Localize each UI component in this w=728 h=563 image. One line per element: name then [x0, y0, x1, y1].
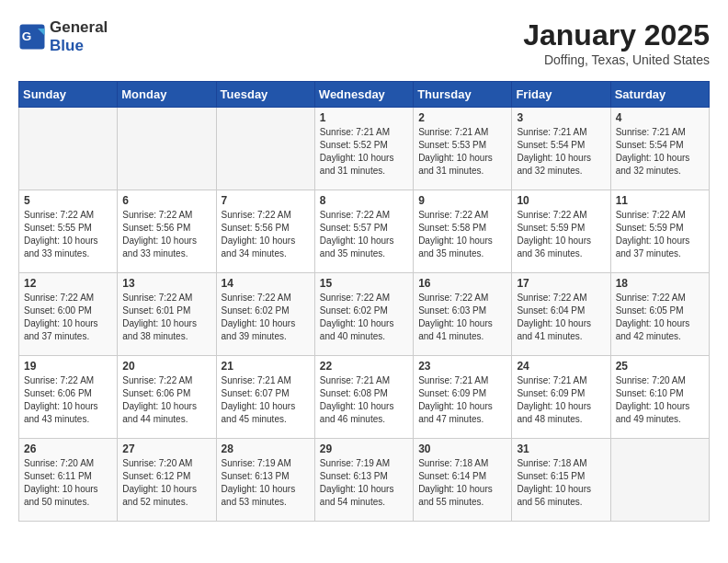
day-info: Sunrise: 7:22 AM Sunset: 5:56 PM Dayligh…: [122, 209, 210, 260]
calendar-cell: 7 Sunrise: 7:22 AM Sunset: 5:56 PM Dayli…: [216, 190, 314, 273]
day-info: Sunrise: 7:22 AM Sunset: 6:06 PM Dayligh…: [24, 374, 112, 426]
calendar-cell: [19, 108, 118, 190]
sunset-text: Sunset: 6:09 PM: [418, 388, 486, 398]
daylight-text: Daylight: 10 hours and 46 minutes.: [320, 401, 394, 424]
sunset-text: Sunset: 6:11 PM: [24, 471, 92, 481]
calendar-cell: 4 Sunrise: 7:21 AM Sunset: 5:54 PM Dayli…: [610, 108, 709, 190]
daylight-text: Daylight: 10 hours and 41 minutes.: [517, 318, 591, 341]
daylight-text: Daylight: 10 hours and 50 minutes.: [24, 484, 98, 507]
day-info: Sunrise: 7:22 AM Sunset: 5:55 PM Dayligh…: [24, 209, 112, 260]
sunrise-text: Sunrise: 7:21 AM: [320, 375, 390, 385]
calendar-title: January 2025: [523, 18, 710, 52]
day-number: 22: [320, 360, 408, 373]
daylight-text: Daylight: 10 hours and 35 minutes.: [418, 236, 493, 259]
calendar-cell: [216, 108, 314, 190]
day-info: Sunrise: 7:22 AM Sunset: 6:02 PM Dayligh…: [320, 292, 408, 343]
calendar-cell: 29 Sunrise: 7:19 AM Sunset: 6:13 PM Dayl…: [314, 439, 413, 522]
daylight-text: Daylight: 10 hours and 38 minutes.: [122, 318, 197, 341]
daylight-text: Daylight: 10 hours and 37 minutes.: [24, 318, 98, 341]
day-of-week-header: Sunday: [19, 82, 118, 108]
day-info: Sunrise: 7:20 AM Sunset: 6:12 PM Dayligh…: [122, 457, 210, 509]
title-block: January 2025 Doffing, Texas, United Stat…: [523, 18, 710, 67]
calendar-header: SundayMondayTuesdayWednesdayThursdayFrid…: [19, 82, 710, 108]
day-number: 14: [222, 277, 310, 290]
sunrise-text: Sunrise: 7:21 AM: [517, 127, 586, 137]
calendar-week-row: 26 Sunrise: 7:20 AM Sunset: 6:11 PM Dayl…: [19, 439, 710, 522]
daylight-text: Daylight: 10 hours and 41 minutes.: [418, 318, 493, 341]
calendar-week-row: 5 Sunrise: 7:22 AM Sunset: 5:55 PM Dayli…: [19, 190, 710, 273]
sunrise-text: Sunrise: 7:22 AM: [418, 293, 488, 303]
daylight-text: Daylight: 10 hours and 54 minutes.: [320, 484, 394, 507]
day-of-week-header: Monday: [118, 82, 216, 108]
sunrise-text: Sunrise: 7:21 AM: [320, 127, 390, 137]
calendar-cell: [118, 108, 216, 190]
day-info: Sunrise: 7:21 AM Sunset: 5:54 PM Dayligh…: [517, 126, 605, 178]
day-info: Sunrise: 7:22 AM Sunset: 5:57 PM Dayligh…: [320, 209, 408, 260]
day-info: Sunrise: 7:22 AM Sunset: 6:01 PM Dayligh…: [122, 292, 210, 343]
day-info: Sunrise: 7:19 AM Sunset: 6:13 PM Dayligh…: [222, 457, 310, 509]
day-info: Sunrise: 7:18 AM Sunset: 6:15 PM Dayligh…: [517, 457, 605, 509]
day-number: 24: [517, 360, 605, 373]
calendar-cell: 21 Sunrise: 7:21 AM Sunset: 6:07 PM Dayl…: [216, 356, 314, 439]
logo-general-text: General: [50, 18, 108, 36]
calendar-cell: 24 Sunrise: 7:21 AM Sunset: 6:09 PM Dayl…: [512, 356, 610, 439]
calendar-cell: 8 Sunrise: 7:22 AM Sunset: 5:57 PM Dayli…: [314, 190, 413, 273]
calendar-cell: 6 Sunrise: 7:22 AM Sunset: 5:56 PM Dayli…: [118, 190, 216, 273]
day-info: Sunrise: 7:21 AM Sunset: 5:53 PM Dayligh…: [418, 126, 506, 178]
calendar-cell: 5 Sunrise: 7:22 AM Sunset: 5:55 PM Dayli…: [19, 190, 118, 273]
sunrise-text: Sunrise: 7:22 AM: [122, 210, 192, 220]
sunrise-text: Sunrise: 7:19 AM: [320, 458, 390, 468]
calendar-cell: 2 Sunrise: 7:21 AM Sunset: 5:53 PM Dayli…: [414, 108, 512, 190]
day-number: 18: [616, 277, 704, 290]
day-info: Sunrise: 7:21 AM Sunset: 6:07 PM Dayligh…: [222, 374, 310, 426]
calendar-cell: 25 Sunrise: 7:20 AM Sunset: 6:10 PM Dayl…: [610, 356, 709, 439]
daylight-text: Daylight: 10 hours and 45 minutes.: [222, 401, 296, 424]
calendar-cell: 31 Sunrise: 7:18 AM Sunset: 6:15 PM Dayl…: [512, 439, 610, 522]
daylight-text: Daylight: 10 hours and 53 minutes.: [222, 484, 296, 507]
sunset-text: Sunset: 6:06 PM: [24, 388, 92, 398]
calendar-cell: 19 Sunrise: 7:22 AM Sunset: 6:06 PM Dayl…: [19, 356, 118, 439]
sunrise-text: Sunrise: 7:18 AM: [517, 458, 586, 468]
sunrise-text: Sunrise: 7:19 AM: [222, 458, 291, 468]
logo-blue-text: Blue: [50, 37, 84, 54]
sunrise-text: Sunrise: 7:22 AM: [616, 210, 686, 220]
daylight-text: Daylight: 10 hours and 32 minutes.: [616, 153, 690, 176]
logo: G General Blue: [18, 18, 108, 55]
sunrise-text: Sunrise: 7:22 AM: [24, 210, 94, 220]
day-number: 30: [418, 442, 506, 455]
day-number: 10: [517, 194, 605, 207]
day-of-week-header: Thursday: [414, 82, 512, 108]
daylight-text: Daylight: 10 hours and 48 minutes.: [517, 401, 591, 424]
sunrise-text: Sunrise: 7:21 AM: [222, 375, 291, 385]
day-number: 17: [517, 277, 605, 290]
day-info: Sunrise: 7:18 AM Sunset: 6:14 PM Dayligh…: [418, 457, 506, 509]
calendar-week-row: 1 Sunrise: 7:21 AM Sunset: 5:52 PM Dayli…: [19, 108, 710, 190]
daylight-text: Daylight: 10 hours and 31 minutes.: [320, 153, 394, 176]
day-number: 4: [616, 111, 704, 124]
day-number: 3: [517, 111, 605, 124]
day-number: 25: [616, 360, 704, 373]
sunrise-text: Sunrise: 7:20 AM: [122, 458, 192, 468]
calendar-cell: 26 Sunrise: 7:20 AM Sunset: 6:11 PM Dayl…: [19, 439, 118, 522]
calendar-cell: 27 Sunrise: 7:20 AM Sunset: 6:12 PM Dayl…: [118, 439, 216, 522]
logo-icon: G: [18, 23, 46, 51]
day-info: Sunrise: 7:21 AM Sunset: 5:52 PM Dayligh…: [320, 126, 408, 178]
sunset-text: Sunset: 5:52 PM: [320, 140, 388, 150]
day-info: Sunrise: 7:21 AM Sunset: 6:09 PM Dayligh…: [418, 374, 506, 426]
day-number: 5: [24, 194, 112, 207]
calendar-cell: 22 Sunrise: 7:21 AM Sunset: 6:08 PM Dayl…: [314, 356, 413, 439]
sunrise-text: Sunrise: 7:22 AM: [517, 210, 586, 220]
sunset-text: Sunset: 6:08 PM: [320, 388, 388, 398]
sunset-text: Sunset: 6:00 PM: [24, 305, 92, 316]
day-of-week-header: Saturday: [610, 82, 709, 108]
daylight-text: Daylight: 10 hours and 47 minutes.: [418, 401, 493, 424]
sunset-text: Sunset: 6:13 PM: [320, 471, 388, 481]
days-of-week-row: SundayMondayTuesdayWednesdayThursdayFrid…: [19, 82, 710, 108]
calendar-cell: 14 Sunrise: 7:22 AM Sunset: 6:02 PM Dayl…: [216, 273, 314, 356]
sunset-text: Sunset: 5:58 PM: [418, 223, 486, 233]
sunset-text: Sunset: 6:09 PM: [517, 388, 585, 398]
daylight-text: Daylight: 10 hours and 32 minutes.: [517, 153, 591, 176]
day-number: 27: [122, 442, 210, 455]
calendar-cell: 13 Sunrise: 7:22 AM Sunset: 6:01 PM Dayl…: [118, 273, 216, 356]
day-number: 11: [616, 194, 704, 207]
